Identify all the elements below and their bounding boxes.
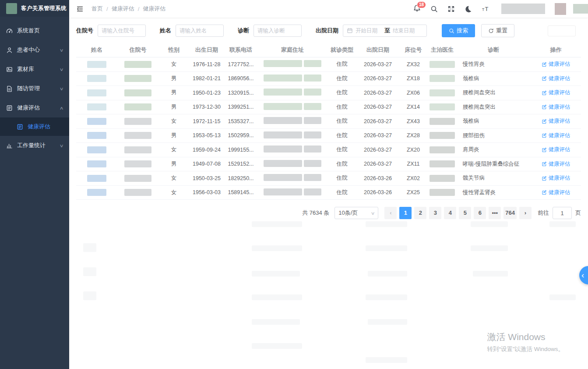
date-range-picker[interactable]: 至 xyxy=(343,25,427,37)
phone-cell: 1320915... xyxy=(224,90,257,96)
sidebar-item[interactable]: 随访管理 ∨ xyxy=(0,79,69,98)
pager: ‹ 123456•••764 › xyxy=(384,207,532,219)
table-row[interactable]: 男 1982-01-21 1869056... 住院 2026-03-27 ZX… xyxy=(76,72,581,86)
column-header: 出生日期 xyxy=(189,46,224,54)
health-assessment-link[interactable]: 健康评估 xyxy=(542,146,570,153)
svg-text:T: T xyxy=(482,7,484,11)
search-button[interactable]: 搜索 xyxy=(442,24,475,37)
fullscreen-icon[interactable] xyxy=(447,5,455,13)
total-count: 共 7634 条 xyxy=(302,209,329,217)
chevron-icon: ∨ xyxy=(59,48,63,53)
start-date-input[interactable] xyxy=(356,28,382,34)
app-title: 客户关系管理系统 xyxy=(21,5,67,12)
sidebar-item[interactable]: 健康评估 ∧ xyxy=(0,98,69,117)
font-size-icon[interactable]: TT xyxy=(482,5,489,13)
table-row[interactable]: 男 1949-07-08 1529152... 住院 2026-03-27 ZX… xyxy=(76,157,581,172)
page-number-button[interactable]: 4 xyxy=(444,207,456,219)
table-row[interactable]: 女 1956-03-03 1589145... 住院 2026-03-26 ZX… xyxy=(76,186,581,200)
sidebar-item[interactable]: 系统首页 xyxy=(0,21,69,40)
sex-cell: 男 xyxy=(158,89,189,96)
table-row[interactable]: 女 1972-11-15 1535327... 住院 2026-03-27 ZX… xyxy=(76,114,581,129)
bed-no-cell: ZX28 xyxy=(399,132,427,138)
page-number-button[interactable]: 2 xyxy=(414,207,426,219)
health-assessment-link[interactable]: 健康评估 xyxy=(542,160,570,168)
sidebar-item[interactable]: 健康评估 xyxy=(0,117,69,136)
search-icon[interactable] xyxy=(430,5,438,13)
redacted-patient-name xyxy=(87,75,106,82)
name-input[interactable] xyxy=(176,25,224,37)
breadcrumb-item[interactable]: 首页 xyxy=(92,5,103,13)
redacted-hospital-no xyxy=(124,103,151,110)
moon-icon[interactable] xyxy=(465,5,472,13)
health-assessment-link[interactable]: 健康评估 xyxy=(542,103,570,111)
health-assessment-link[interactable]: 健康评估 xyxy=(542,189,570,196)
main-area: 首页 / 健康评估 / 健康评估 / 18 TT xyxy=(69,0,588,369)
table-row[interactable]: 男 1973-12-30 1399251... 住院 2026-03-27 ZX… xyxy=(76,100,581,115)
health-assessment-link[interactable]: 健康评估 xyxy=(542,117,570,125)
breadcrumb-item[interactable]: 健康评估 xyxy=(143,5,165,13)
page-number-button[interactable]: 3 xyxy=(429,207,441,219)
discharge-date-cell: 2026-03-27 xyxy=(356,147,399,153)
menu-fold-icon[interactable] xyxy=(76,5,84,13)
discharge-date-label: 出院日期 xyxy=(316,27,338,35)
sidebar-item[interactable]: 素材库 ∨ xyxy=(0,60,69,79)
table-row[interactable]: 男 1953-05-13 1502959... 住院 2026-03-27 ZX… xyxy=(76,129,581,143)
page-number-button[interactable]: 1 xyxy=(399,207,412,219)
health-assessment-link[interactable]: 健康评估 xyxy=(542,89,570,96)
svg-text:T: T xyxy=(485,6,488,12)
prev-page-button[interactable]: ‹ xyxy=(384,207,397,219)
avatar[interactable] xyxy=(555,3,566,15)
column-header: 性别 xyxy=(158,46,189,54)
redacted-doctor xyxy=(430,146,455,153)
edit-icon xyxy=(542,176,547,181)
breadcrumb-item[interactable]: 健康评估 xyxy=(112,5,134,13)
health-assessment-link[interactable]: 健康评估 xyxy=(542,60,570,68)
redacted-address xyxy=(264,89,321,96)
discharge-date-cell: 2026-03-26 xyxy=(356,189,399,195)
reset-button[interactable]: 重置 xyxy=(481,24,514,37)
page-number-button[interactable]: 6 xyxy=(474,207,486,219)
redacted-hospital-no xyxy=(124,146,151,153)
page-number-button[interactable]: 764 xyxy=(503,207,517,219)
page-jump-input[interactable] xyxy=(553,207,572,219)
sex-cell: 女 xyxy=(158,174,189,182)
discharge-date-cell: 2026-03-27 xyxy=(356,61,399,67)
bell-icon[interactable]: 18 xyxy=(413,4,421,13)
end-date-input[interactable] xyxy=(393,28,419,34)
table-row[interactable]: 女 1950-03-25 1829250... 住院 2026-03-26 ZX… xyxy=(76,171,581,186)
health-assessment-link[interactable]: 健康评估 xyxy=(542,75,570,82)
page-number-button[interactable]: 5 xyxy=(459,207,471,219)
page-size-select[interactable]: 10条/页 ∨ xyxy=(334,207,378,219)
redacted-patient-name xyxy=(87,132,106,139)
redacted-patient-name xyxy=(87,160,106,167)
next-page-button[interactable]: › xyxy=(519,207,532,219)
date-range-separator: 至 xyxy=(384,27,390,35)
redacted-patient-name xyxy=(87,189,106,196)
table-row[interactable]: 女 1959-09-24 1999155... 住院 2026-03-27 ZX… xyxy=(76,143,581,157)
visit-type-cell: 住院 xyxy=(327,160,356,168)
discharge-date-cell: 2026-03-26 xyxy=(356,175,399,181)
redacted-hospital-no xyxy=(124,61,151,68)
dob-cell: 1976-11-28 xyxy=(189,61,224,67)
table-row[interactable]: 男 1950-01-23 1320915... 住院 2026-03-27 ZX… xyxy=(76,86,581,100)
table-row[interactable]: 女 1976-11-28 1727752... 住院 2026-03-27 ZX… xyxy=(76,57,581,72)
diagnosis-input[interactable] xyxy=(254,25,302,37)
filter-bar: 住院号 姓名 诊断 出院日期 至 xyxy=(76,24,581,37)
sidebar-item[interactable]: 工作量统计 ∨ xyxy=(0,136,69,155)
bed-no-cell: ZX06 xyxy=(399,90,427,96)
redacted-doctor xyxy=(430,175,455,182)
phone-cell: 1869056... xyxy=(224,75,257,82)
page-number-button[interactable]: ••• xyxy=(489,207,501,219)
health-assessment-link[interactable]: 健康评估 xyxy=(542,132,570,139)
diagnosis-cell: 腰椎间盘突出 xyxy=(457,89,530,96)
sidebar-item[interactable]: 患者中心 ∨ xyxy=(0,40,69,60)
chevron-icon: ∨ xyxy=(59,86,63,91)
health-assessment-link[interactable]: 健康评估 xyxy=(542,174,570,182)
redacted-address xyxy=(264,131,321,138)
chevron-icon: ∧ xyxy=(59,106,63,110)
diagnosis-cell: 肩周炎 xyxy=(457,146,530,153)
hospital-no-input[interactable] xyxy=(98,25,146,37)
redacted-patient-name xyxy=(87,89,106,96)
sex-cell: 女 xyxy=(158,146,189,153)
dob-cell: 1950-03-25 xyxy=(189,175,224,181)
